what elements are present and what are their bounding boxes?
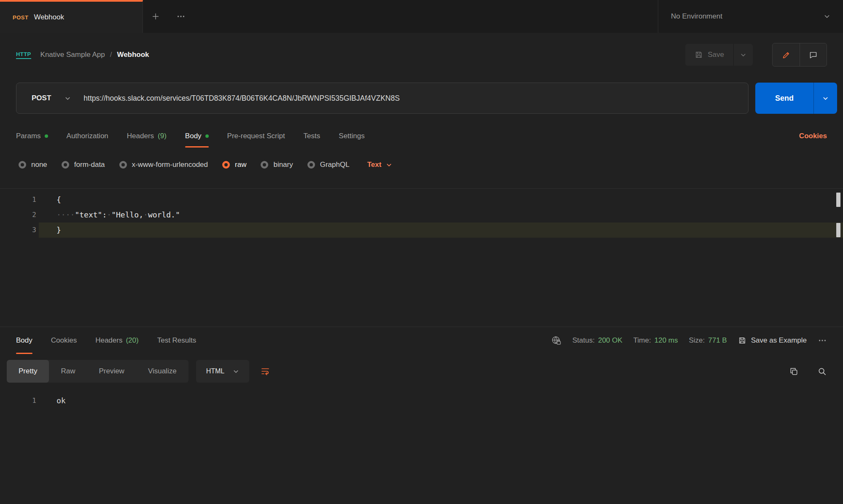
format-dropdown[interactable]: HTML	[196, 360, 250, 383]
code-line: 2 ····"text":·"Hello,·world."	[0, 207, 843, 223]
save-options-button[interactable]	[733, 44, 753, 66]
response-tabs: Body Cookies Headers (20) Test Results S…	[0, 327, 843, 354]
code-text: {	[39, 192, 843, 207]
time-value: 120 ms	[654, 336, 678, 345]
status-value: 200 OK	[598, 336, 622, 345]
tab-tests[interactable]: Tests	[304, 125, 321, 147]
view-raw-button[interactable]: Raw	[49, 360, 87, 383]
search-response-button[interactable]	[817, 367, 827, 376]
tab-params[interactable]: Params	[16, 125, 48, 147]
tab-label: Settings	[339, 132, 364, 140]
radio-icon	[119, 161, 127, 169]
code-text: }	[39, 223, 843, 238]
scrollbar-mark[interactable]	[836, 193, 840, 207]
send-options-button[interactable]	[813, 83, 837, 114]
mode-binary[interactable]: binary	[261, 161, 293, 169]
comments-button[interactable]	[800, 43, 827, 66]
view-pretty-button[interactable]: Pretty	[7, 360, 49, 383]
breadcrumb-collection[interactable]: Knative Sample App	[40, 51, 105, 59]
response-pane: Body Cookies Headers (20) Test Results S…	[0, 327, 843, 408]
tab-headers[interactable]: Headers (9)	[127, 125, 167, 147]
tab-title: Webhook	[34, 13, 64, 21]
code-line: 1 {	[0, 192, 843, 207]
environment-selector[interactable]: No Environment	[658, 0, 843, 33]
code-line-current: 3 }	[0, 223, 843, 238]
save-button[interactable]: Save	[685, 44, 733, 66]
raw-type-dropdown[interactable]: Text	[367, 161, 393, 169]
size-label: Size:	[689, 336, 705, 345]
request-header: HTTP Knative Sample App / Webhook Save	[0, 33, 843, 77]
copy-response-button[interactable]	[789, 367, 799, 376]
chevron-down-icon	[740, 52, 746, 58]
chevron-down-icon	[822, 95, 829, 102]
response-tab-headers[interactable]: Headers (20)	[95, 327, 139, 354]
line-number: 3	[0, 223, 39, 238]
status-label: Status:	[572, 336, 595, 345]
url-input[interactable]	[83, 94, 748, 103]
mode-raw[interactable]: raw	[222, 161, 246, 169]
open-request-tab[interactable]: POST Webhook	[0, 0, 143, 33]
save-as-example-button[interactable]: Save as Example	[738, 336, 807, 345]
response-line: 1 ok	[0, 394, 843, 408]
radio-icon	[307, 161, 315, 169]
tab-options-button[interactable]	[168, 0, 194, 33]
tab-body[interactable]: Body	[185, 125, 209, 147]
tab-method-label: POST	[13, 14, 28, 21]
mode-form-data[interactable]: form-data	[62, 161, 105, 169]
status-badge: Status: 200 OK	[572, 336, 622, 345]
response-tab-body[interactable]: Body	[16, 327, 32, 354]
send-button[interactable]: Send	[755, 83, 813, 114]
ellipsis-icon	[176, 12, 186, 21]
wrap-lines-button[interactable]	[260, 366, 270, 376]
response-options-button[interactable]	[818, 336, 827, 345]
method-dropdown[interactable]: POST	[16, 94, 83, 102]
chevron-down-icon	[824, 13, 830, 20]
plus-icon	[151, 12, 160, 21]
tab-label: Cookies	[51, 336, 77, 345]
tab-label: Headers	[95, 336, 122, 345]
tab-label: Body	[16, 336, 32, 345]
view-preview-button[interactable]: Preview	[87, 360, 136, 383]
line-number: 1	[0, 192, 39, 207]
tab-pre-request-script[interactable]: Pre-request Script	[227, 125, 285, 147]
edit-request-button[interactable]	[773, 43, 800, 66]
view-visualize-button[interactable]: Visualize	[136, 360, 189, 383]
network-lock-icon	[551, 335, 561, 346]
mode-label: GraphQL	[320, 161, 350, 169]
search-icon	[817, 367, 827, 376]
save-as-example-label: Save as Example	[751, 336, 807, 345]
response-body: 1 ok	[0, 394, 843, 408]
params-active-dot	[45, 134, 48, 138]
tab-settings[interactable]: Settings	[339, 125, 364, 147]
response-meta: Status: 200 OK Time: 120 ms Size: 771 B …	[551, 335, 827, 346]
scrollbar-mark[interactable]	[836, 223, 840, 237]
request-tabs: Params Authorization Headers (9) Body Pr…	[16, 125, 827, 147]
line-number: 1	[0, 394, 39, 408]
new-tab-button[interactable]	[143, 0, 168, 33]
line-number: 2	[0, 207, 39, 223]
breadcrumb-separator: /	[110, 51, 112, 59]
format-label: HTML	[206, 367, 225, 375]
breadcrumb-request-name[interactable]: Webhook	[117, 51, 149, 59]
cookies-link[interactable]: Cookies	[799, 132, 827, 140]
response-tab-cookies[interactable]: Cookies	[51, 327, 77, 354]
mode-label: raw	[235, 161, 246, 169]
tab-authorization[interactable]: Authorization	[67, 125, 108, 147]
response-tab-test-results[interactable]: Test Results	[157, 327, 197, 354]
mode-graphql[interactable]: GraphQL	[307, 161, 350, 169]
save-label: Save	[708, 51, 724, 59]
word-wrap-icon	[260, 366, 270, 376]
mode-none[interactable]: none	[19, 161, 47, 169]
tab-label: Authorization	[67, 132, 108, 140]
request-body-editor[interactable]: 1 { 2 ····"text":·"Hello,·world." 3 }	[0, 188, 843, 327]
response-toolbar: Pretty Raw Preview Visualize HTML	[7, 360, 827, 383]
mode-urlencoded[interactable]: x-www-form-urlencoded	[119, 161, 208, 169]
response-text: ok	[39, 394, 843, 408]
request-tools-group	[772, 43, 827, 67]
save-icon	[695, 51, 703, 59]
response-toolbar-right	[789, 367, 827, 376]
mode-label: none	[31, 161, 47, 169]
headers-count: (9)	[158, 132, 167, 140]
tab-label: Body	[185, 132, 202, 140]
save-button-group: Save	[685, 44, 753, 66]
